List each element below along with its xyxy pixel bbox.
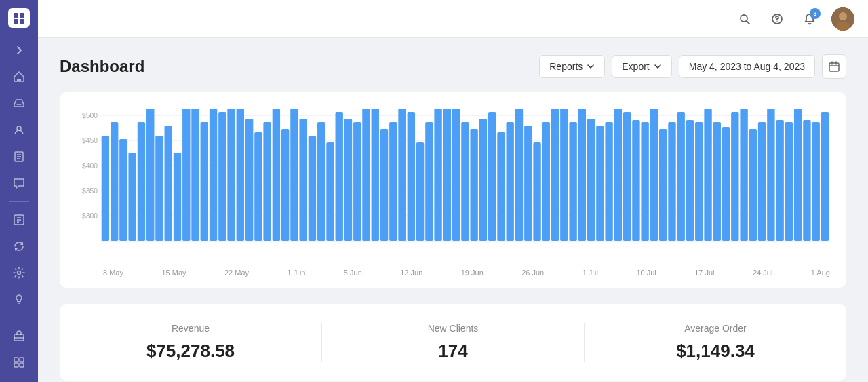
sidebar bbox=[0, 0, 38, 382]
svg-point-27 bbox=[839, 12, 847, 20]
calendar-button[interactable] bbox=[822, 54, 846, 79]
svg-rect-75 bbox=[380, 129, 388, 241]
svg-rect-117 bbox=[758, 122, 766, 241]
svg-rect-64 bbox=[281, 129, 289, 241]
avatar[interactable] bbox=[831, 7, 854, 31]
stat-revenue-label: Revenue bbox=[60, 323, 321, 334]
svg-rect-123 bbox=[812, 122, 820, 241]
help-icon[interactable] bbox=[766, 8, 788, 30]
svg-rect-122 bbox=[803, 120, 810, 241]
svg-rect-102 bbox=[623, 112, 631, 241]
svg-rect-20 bbox=[14, 363, 18, 367]
svg-rect-45 bbox=[111, 122, 118, 241]
sidebar-logo[interactable] bbox=[8, 8, 30, 28]
svg-point-25 bbox=[776, 21, 778, 22]
date-range-button[interactable]: May 4, 2023 to Aug 4, 2023 bbox=[679, 55, 815, 78]
sidebar-item-sync[interactable] bbox=[7, 235, 31, 257]
svg-line-23 bbox=[747, 21, 749, 24]
svg-rect-105 bbox=[650, 109, 658, 241]
svg-rect-47 bbox=[128, 153, 136, 241]
notification-badge: 3 bbox=[810, 8, 821, 19]
svg-rect-63 bbox=[273, 109, 280, 241]
svg-point-14 bbox=[18, 271, 21, 275]
svg-rect-101 bbox=[614, 109, 622, 241]
stats-row: Revenue $75,278.58 New Clients 174 Avera… bbox=[60, 304, 846, 381]
svg-rect-112 bbox=[713, 122, 721, 241]
svg-rect-83 bbox=[452, 109, 460, 241]
svg-rect-103 bbox=[632, 120, 639, 241]
topbar: 3 bbox=[38, 0, 868, 38]
svg-rect-80 bbox=[425, 122, 433, 241]
svg-rect-72 bbox=[353, 122, 361, 241]
svg-text:$350: $350 bbox=[82, 187, 98, 195]
svg-rect-61 bbox=[254, 132, 262, 241]
svg-rect-120 bbox=[785, 122, 793, 241]
svg-rect-55 bbox=[201, 122, 208, 241]
svg-rect-3 bbox=[20, 19, 24, 24]
page-title: Dashboard bbox=[60, 57, 144, 76]
svg-rect-100 bbox=[605, 122, 612, 241]
svg-rect-111 bbox=[704, 109, 711, 241]
svg-rect-68 bbox=[317, 122, 325, 241]
x-label-12: 24 Jul bbox=[753, 269, 772, 277]
sidebar-item-docs[interactable] bbox=[7, 145, 31, 168]
search-icon[interactable] bbox=[734, 8, 755, 30]
svg-rect-84 bbox=[461, 122, 469, 241]
x-label-2: 15 May bbox=[161, 269, 186, 277]
svg-rect-71 bbox=[344, 119, 352, 241]
sidebar-item-users[interactable] bbox=[7, 119, 31, 141]
svg-rect-50 bbox=[155, 136, 163, 241]
svg-rect-114 bbox=[731, 112, 738, 241]
stat-clients: New Clients 174 bbox=[322, 323, 585, 362]
sidebar-item-home[interactable] bbox=[7, 66, 31, 88]
svg-rect-60 bbox=[245, 119, 253, 241]
stat-revenue-value: $75,278.58 bbox=[60, 341, 321, 362]
svg-rect-108 bbox=[677, 112, 684, 241]
svg-rect-82 bbox=[443, 109, 451, 241]
sidebar-item-inbox[interactable] bbox=[7, 92, 31, 115]
svg-point-5 bbox=[17, 126, 21, 130]
svg-rect-49 bbox=[146, 109, 154, 241]
svg-rect-70 bbox=[336, 112, 343, 241]
x-label-3: 22 May bbox=[224, 269, 249, 277]
svg-rect-65 bbox=[290, 109, 298, 241]
sidebar-item-settings[interactable] bbox=[7, 262, 31, 284]
svg-rect-59 bbox=[237, 109, 244, 241]
sidebar-item-support[interactable] bbox=[7, 288, 31, 311]
stat-avg-order-value: $1,149.34 bbox=[585, 341, 846, 362]
sidebar-item-reports[interactable] bbox=[7, 208, 31, 231]
svg-rect-107 bbox=[668, 122, 675, 241]
svg-rect-69 bbox=[326, 142, 334, 241]
svg-text:$300: $300 bbox=[82, 212, 98, 220]
notification-icon[interactable]: 3 bbox=[799, 8, 821, 30]
svg-rect-124 bbox=[821, 112, 829, 241]
export-button[interactable]: Export bbox=[612, 55, 671, 78]
x-label-11: 17 Jul bbox=[694, 269, 714, 277]
sidebar-item-briefcase[interactable] bbox=[7, 325, 31, 347]
svg-rect-89 bbox=[506, 122, 513, 241]
svg-rect-21 bbox=[20, 363, 24, 367]
sidebar-item-chat[interactable] bbox=[7, 172, 31, 194]
reports-button[interactable]: Reports bbox=[539, 55, 605, 78]
svg-rect-115 bbox=[740, 109, 747, 241]
svg-rect-51 bbox=[165, 126, 172, 241]
x-label-6: 12 Jun bbox=[400, 269, 422, 277]
svg-rect-88 bbox=[497, 132, 505, 241]
sidebar-item-grid[interactable] bbox=[7, 351, 31, 374]
svg-rect-95 bbox=[560, 109, 568, 241]
chart-x-labels: 8 May 15 May 22 May 1 Jun 5 Jun 12 Jun 1… bbox=[76, 265, 830, 277]
header-actions: Reports Export May 4, 2023 to Aug 4, 202… bbox=[539, 54, 846, 79]
sidebar-item-arrow[interactable] bbox=[7, 39, 31, 61]
stat-revenue: Revenue $75,278.58 bbox=[60, 323, 322, 362]
svg-rect-113 bbox=[722, 127, 730, 241]
page-content: Dashboard Reports Export May 4, 2023 to … bbox=[38, 38, 868, 382]
stat-avg-order-label: Average Order bbox=[585, 323, 846, 334]
svg-rect-58 bbox=[227, 109, 235, 241]
export-label: Export bbox=[622, 61, 649, 72]
svg-rect-54 bbox=[191, 109, 199, 241]
svg-rect-18 bbox=[14, 358, 18, 362]
svg-rect-19 bbox=[20, 358, 24, 362]
svg-rect-79 bbox=[416, 142, 424, 241]
svg-rect-86 bbox=[479, 119, 487, 241]
x-label-5: 5 Jun bbox=[344, 269, 362, 277]
